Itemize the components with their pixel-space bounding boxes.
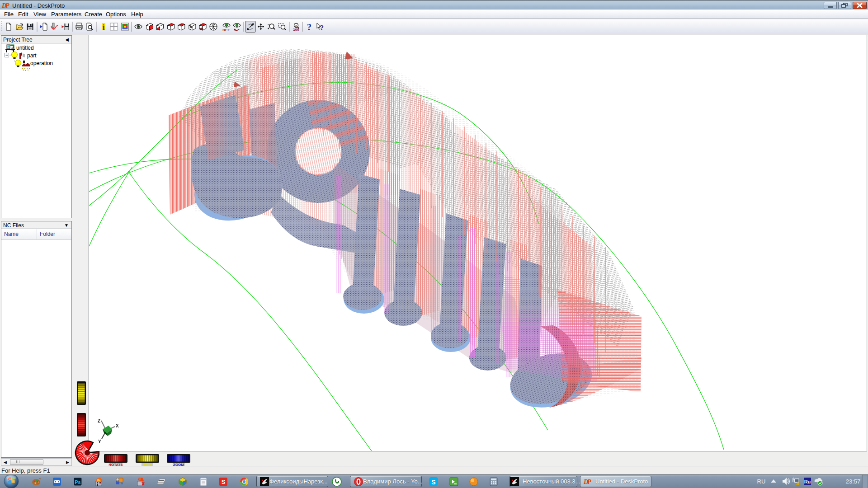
svg-text:DEF.: DEF.	[222, 28, 230, 32]
svg-text:100: 100	[293, 28, 299, 32]
svg-text:?: ?	[307, 22, 311, 32]
svg-text:S: S	[222, 479, 226, 485]
svg-text:i: i	[103, 23, 105, 32]
svg-text:DP: DP	[583, 479, 591, 485]
svg-text:part: part	[27, 52, 37, 59]
svg-text:Ps: Ps	[75, 479, 80, 485]
svg-text:!: !	[797, 483, 798, 485]
svg-text:S: S	[431, 479, 435, 486]
svg-text:Ru: Ru	[804, 479, 811, 484]
svg-text:?: ?	[320, 24, 324, 32]
svg-text:23:57: 23:57	[846, 478, 861, 485]
svg-text:untitled: untitled	[16, 45, 34, 51]
svg-text:RU: RU	[757, 478, 766, 485]
svg-text:A: A	[295, 24, 297, 27]
svg-text:operation: operation	[30, 60, 53, 66]
